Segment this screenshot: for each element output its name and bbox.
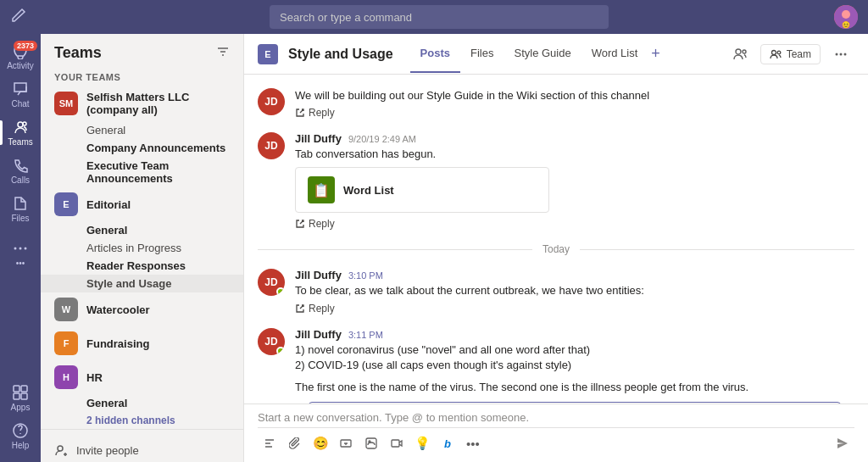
new-conversation-area: Start a new conversation. Type @ to ment… [244, 404, 868, 462]
new-conv-toolbar: 😊 💡 b ••• [258, 427, 854, 459]
team-button-label: Team [787, 48, 811, 60]
svg-point-13 [58, 446, 63, 451]
invite-people[interactable]: Invite people [41, 437, 243, 462]
user-avatar[interactable]: 😊 [834, 5, 858, 29]
reply-link-3[interactable]: Reply [295, 303, 854, 314]
giphy-btn-new[interactable] [334, 431, 358, 455]
sidebar-item-apps[interactable]: Apps [0, 379, 41, 417]
channel-style-usage[interactable]: Style and Usage [41, 275, 243, 292]
teams-label: Teams [8, 137, 32, 147]
reply-link-1[interactable]: Reply [295, 107, 854, 119]
chat-label: Chat [11, 99, 29, 109]
tab-style-guide[interactable]: Style Guide [504, 35, 581, 73]
meet-btn-new[interactable] [385, 431, 409, 455]
channel-general-e[interactable]: General [41, 221, 243, 239]
sidebar-bottom: Invite people Join or create a team [41, 429, 243, 462]
top-bar: Search or type a command 😊 [0, 0, 868, 34]
attach-btn-new[interactable] [283, 431, 307, 455]
channel-list-hr: General 2 hidden channels [41, 394, 243, 429]
channel-executive-announcements[interactable]: Executive Team Announcements [41, 157, 243, 187]
sidebar-item-teams[interactable]: Teams [0, 114, 41, 152]
team-avatar-sm: SM [54, 92, 78, 115]
team-name-w: Watercooler [86, 303, 207, 316]
teams-sidebar: Teams Your teams SM Selfish Matters LLC … [41, 34, 244, 462]
channel-team-avatar: E [258, 44, 278, 64]
message-time-3: 3:10 PM [348, 270, 383, 281]
sidebar-item-chat[interactable]: Chat [0, 75, 41, 114]
messages-area[interactable]: JD We will be building out our Style Gui… [244, 75, 868, 404]
emoji-btn-new[interactable]: 😊 [309, 431, 332, 455]
send-btn-new[interactable] [831, 431, 854, 455]
tab-posts[interactable]: Posts [410, 35, 460, 73]
date-label: Today [532, 243, 580, 255]
members-icon[interactable] [726, 41, 754, 68]
reply-link-2[interactable]: Reply [295, 218, 854, 230]
invite-people-label: Invite people [76, 444, 139, 457]
word-list-card-icon: 📋 [308, 176, 335, 203]
message-header-2: Jill Duffy 9/20/19 2:49 AM [295, 132, 854, 145]
message-body-2: Jill Duffy 9/20/19 2:49 AM Tab conversat… [295, 132, 854, 230]
reply-label-2: Reply [309, 218, 335, 230]
word-list-card[interactable]: 📋 Word List [295, 167, 549, 213]
message-header-3: Jill Duffy 3:10 PM [295, 269, 854, 281]
message-text-4c: The first one is the name of the virus. … [295, 380, 854, 395]
top-bar-right: 😊 [834, 5, 858, 29]
tab-word-list[interactable]: Word List [581, 35, 648, 73]
team-avatar-w: W [54, 298, 78, 321]
team-name-e: Editorial [86, 198, 207, 211]
team-hr[interactable]: H HR ••• [41, 360, 243, 394]
svg-point-20 [771, 50, 776, 54]
more-toolbar-new[interactable]: ••• [461, 431, 485, 455]
message-body-3: Jill Duffy 3:10 PM To be clear, as we ta… [295, 269, 854, 314]
format-btn-new[interactable] [258, 431, 281, 455]
sidebar-item-more[interactable]: ••• [0, 235, 41, 273]
filter-icon[interactable] [216, 45, 230, 62]
top-bar-center: Search or type a command [44, 5, 834, 29]
channel-area: E Style and Usage Posts Files Style Guid… [244, 34, 868, 462]
team-avatar-h: H [54, 365, 78, 389]
avatar-1: JD [258, 88, 285, 115]
add-tab-icon[interactable]: + [648, 45, 664, 63]
svg-rect-30 [366, 438, 376, 448]
channel-articles[interactable]: Articles in Progress [41, 239, 243, 257]
svg-point-23 [840, 53, 843, 55]
team-editorial[interactable]: E Editorial ••• [41, 187, 243, 221]
team-button[interactable]: Team [760, 44, 821, 64]
team-selfish-matters[interactable]: SM Selfish Matters LLC (company all) ••• [41, 86, 243, 121]
sender-name-4: Jill Duffy [295, 328, 342, 341]
lightbulb-btn-new[interactable]: 💡 [410, 431, 434, 455]
date-divider: Today [244, 237, 868, 262]
compose-icon[interactable] [10, 7, 27, 28]
bing-btn-new[interactable]: b [436, 431, 459, 455]
svg-point-24 [844, 53, 847, 55]
channel-list-sm: General Company Announcements Executive … [41, 121, 243, 187]
channel-list-e: General Articles in Progress Reader Resp… [41, 221, 243, 292]
channel-reader-responses[interactable]: Reader Responses [41, 257, 243, 275]
tab-files[interactable]: Files [460, 35, 504, 73]
avatar-3: JD [258, 269, 285, 296]
sidebar-item-files[interactable]: Files [0, 190, 41, 228]
sidebar-item-calls[interactable]: Calls [0, 152, 41, 190]
sidebar-title: Teams [54, 44, 102, 62]
word-list-card-label: Word List [343, 184, 394, 197]
message-group-1: JD We will be building out our Style Gui… [244, 81, 868, 125]
channel-header-right: Team [726, 41, 854, 68]
icon-rail: 2373 Activity Chat Teams Calls Files •••… [0, 34, 41, 462]
more-options-icon[interactable] [827, 41, 854, 68]
channel-company-announcements[interactable]: Company Announcements [41, 139, 243, 157]
svg-point-5 [14, 248, 17, 250]
sticker-btn-new[interactable] [359, 431, 383, 455]
hidden-channels-hr[interactable]: 2 hidden channels [41, 412, 243, 429]
channel-general-hr[interactable]: General [41, 394, 243, 412]
more-label: ••• [16, 259, 25, 268]
sidebar-item-help[interactable]: Help [0, 417, 41, 455]
team-fundraising[interactable]: F Fundraising ••• [41, 326, 243, 360]
channel-general-sm[interactable]: General [41, 121, 243, 139]
files-label: Files [11, 214, 29, 223]
svg-rect-32 [392, 440, 399, 447]
sidebar-item-activity[interactable]: 2373 Activity [0, 37, 41, 75]
team-watercooler[interactable]: W Watercooler ••• [41, 292, 243, 326]
search-box[interactable]: Search or type a command [270, 5, 609, 29]
svg-rect-8 [14, 386, 19, 392]
team-avatar-e: E [54, 192, 78, 216]
